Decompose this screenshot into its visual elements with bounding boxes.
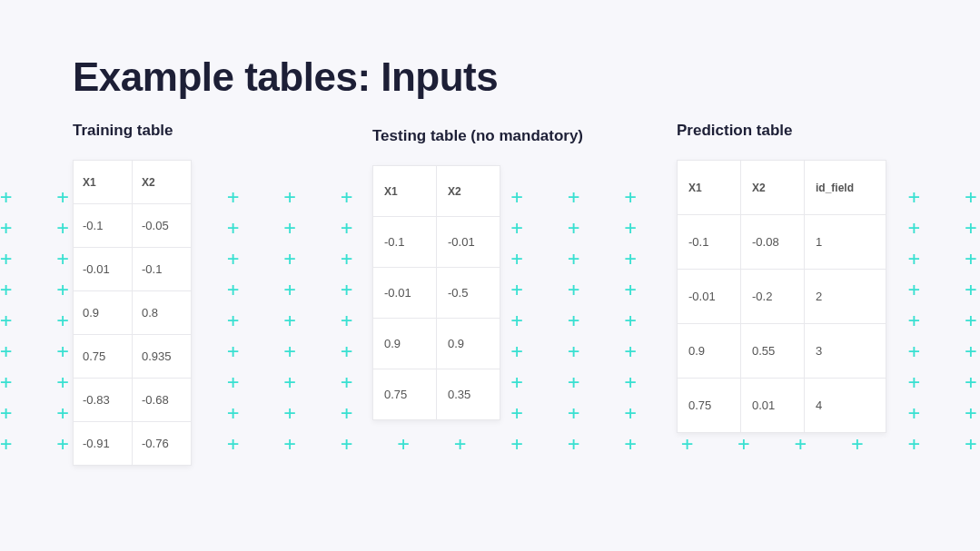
cell: 2 [805,270,886,324]
testing-header-x2: X2 [437,166,500,217]
table-header-row: X1 X2 [373,166,500,217]
prediction-header-id: id_field [805,161,886,215]
table-row: -0.1 -0.01 [373,217,500,268]
testing-table: X1 X2 -0.1 -0.01 -0.01 -0.5 0.9 [372,165,500,420]
cell: -0.01 [373,268,437,319]
prediction-table-label: Prediction table [677,122,922,140]
cell: 0.9 [373,319,437,369]
table-header-row: X1 X2 id_field [678,161,886,215]
cell: 0.35 [437,369,500,420]
cell: -0.05 [133,204,192,248]
cell: -0.1 [373,217,437,268]
training-header-x2: X2 [133,161,192,204]
cell: -0.01 [678,270,741,324]
prediction-table: X1 X2 id_field -0.1 -0.08 1 -0.01 -0.2 2 [677,160,886,433]
cell: -0.76 [133,422,192,466]
cell: -0.91 [74,422,133,466]
cell: -0.08 [741,215,805,270]
table-row: 0.75 0.935 [74,335,192,379]
prediction-header-x1: X1 [678,161,741,215]
cell: -0.01 [437,217,500,268]
table-row: 0.9 0.8 [74,291,192,335]
training-table-label: Training table [73,122,272,140]
testing-table-label: Testing table (no mandatory) [372,127,618,145]
table-row: -0.1 -0.08 1 [678,215,886,270]
training-table-block: Training table X1 X2 -0.1 -0.05 -0.01 - [73,122,272,466]
cell: 0.75 [678,379,741,433]
training-table: X1 X2 -0.1 -0.05 -0.01 -0.1 0.9 [73,160,192,466]
table-row: -0.01 -0.5 [373,268,500,319]
cell: -0.2 [741,270,805,324]
cell: 1 [805,215,886,270]
table-row: -0.01 -0.2 2 [678,270,886,324]
table-header-row: X1 X2 [74,161,192,204]
cell: 0.9 [678,324,741,379]
cell: -0.1 [74,204,133,248]
testing-table-block: Testing table (no mandatory) X1 X2 -0.1 … [372,127,618,420]
table-row: -0.1 -0.05 [74,204,192,248]
table-row: -0.83 -0.68 [74,379,192,422]
training-header-x1: X1 [74,161,133,204]
cell: -0.68 [133,379,192,422]
table-row: 0.75 0.01 4 [678,379,886,433]
cell: 0.75 [373,369,437,420]
cell: 0.55 [741,324,805,379]
cell: 4 [805,379,886,433]
cell: -0.83 [74,379,133,422]
cell: -0.5 [437,268,500,319]
table-row: 0.9 0.55 3 [678,324,886,379]
cell: 3 [805,324,886,379]
table-row: 0.75 0.35 [373,369,500,420]
cell: 0.9 [74,291,133,335]
cell: -0.01 [74,248,133,291]
cell: 0.9 [437,319,500,369]
testing-header-x1: X1 [373,166,437,217]
prediction-table-block: Prediction table X1 X2 id_field -0.1 -0.… [677,122,922,433]
cell: 0.01 [741,379,805,433]
table-row: 0.9 0.9 [373,319,500,369]
cell: 0.8 [133,291,192,335]
prediction-header-x2: X2 [741,161,805,215]
cell: 0.75 [74,335,133,379]
page-title: Example tables: Inputs [73,54,907,100]
table-row: -0.01 -0.1 [74,248,192,291]
cell: 0.935 [133,335,192,379]
table-row: -0.91 -0.76 [74,422,192,466]
cell: -0.1 [678,215,741,270]
cell: -0.1 [133,248,192,291]
